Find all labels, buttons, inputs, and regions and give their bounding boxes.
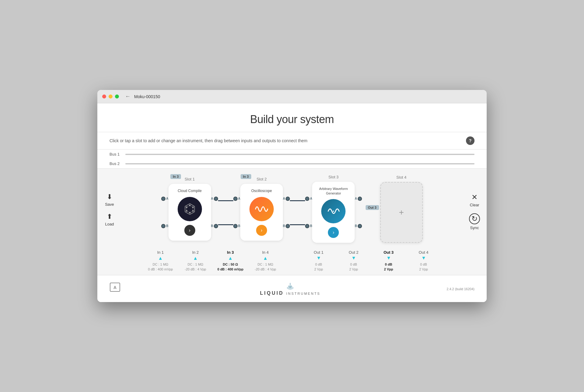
slot-1-instrument-label: Cloud Compile — [178, 189, 202, 194]
help-button[interactable]: ? — [466, 136, 474, 145]
back-button[interactable]: ← — [125, 93, 130, 100]
slot2-a-left-label: A — [238, 197, 240, 200]
load-icon: ⬆ — [107, 213, 112, 221]
io-out1-label: Out 1 — [314, 250, 324, 255]
slot-2-navigate-btn[interactable]: › — [256, 225, 267, 236]
slot1-a-right-label: A — [211, 197, 213, 200]
svg-marker-1 — [186, 205, 193, 213]
bus-1-row: Bus 1 — [109, 150, 474, 159]
slot3-a-right-label: A — [355, 197, 357, 200]
slot1-port-b-right — [214, 224, 218, 228]
slot-2-instrument-label: Oscilloscope — [251, 189, 272, 194]
svg-point-7 — [186, 207, 187, 208]
close-button[interactable] — [102, 95, 106, 98]
slot-4-card[interactable]: + — [380, 182, 423, 243]
slot-1-navigate-btn[interactable]: › — [184, 225, 195, 236]
bus-1-line — [125, 154, 474, 155]
bus-2-row: Bus 2 — [109, 159, 474, 168]
slot2-b-right-label: B — [283, 224, 285, 228]
wire-1-2-b — [218, 224, 233, 225]
slot3-b-left-label: B — [310, 224, 312, 228]
io-out2-spec: 0 dB2 Vpp — [349, 262, 358, 272]
slot3-port-b-left — [305, 224, 309, 228]
bus-1-label: Bus 1 — [109, 152, 122, 156]
instrument-layout: ⬇ Save ⬆ Load Slot 1 In 3 — [97, 169, 487, 275]
sync-button[interactable]: ↻ Sync — [469, 213, 480, 230]
slot-3-card[interactable]: Arbitrary Waveform Generator › — [312, 182, 355, 243]
slot-1-icon — [178, 197, 202, 221]
sync-icon: ↻ — [469, 213, 480, 224]
bus-2-line — [125, 163, 474, 164]
page-title: Build your system — [97, 113, 487, 126]
center-content: Slot 1 In 3 A — [122, 175, 462, 272]
bus-2-label: Bus 2 — [109, 161, 122, 166]
slot-4-box: Slot 4 + — [380, 175, 423, 243]
io-out4-label: Out 4 — [419, 250, 429, 255]
io-in4-arrow: ▲ — [263, 256, 268, 261]
slot3-out3-tag: Out 3 — [366, 205, 379, 210]
instruction-bar: Click or tap a slot to add or change an … — [97, 132, 487, 150]
clear-button[interactable]: ✕ Clear — [470, 193, 479, 207]
io-row: In 1 ▲ DC : 1 MΩ0 dB : 400 mVpp In 2 ▲ D… — [122, 248, 462, 272]
traffic-lights — [102, 95, 119, 98]
load-label: Load — [105, 222, 114, 226]
brand-text: LIQUID INSTRUMENTS — [260, 291, 321, 296]
slot1-port-a-right — [214, 197, 218, 201]
slot3-a-left-label: A — [310, 197, 312, 200]
io-in4-label: In 4 — [262, 250, 269, 255]
io-in2-arrow: ▲ — [193, 256, 198, 261]
io-out2-label: Out 2 — [349, 250, 359, 255]
slot1-in3-tag: In 3 — [170, 174, 181, 179]
slot2-a-right-label: A — [283, 197, 285, 200]
io-in2: In 2 ▲ DC : 1 MΩ-20 dB : 4 Vpp — [178, 248, 213, 272]
slot-3-instrument-label: Arbitrary Waveform Generator — [316, 187, 351, 195]
app-window: ← Moku-000150 Build your system Click or… — [97, 90, 487, 302]
wire-2-3 — [290, 200, 305, 225]
right-actions: ✕ Clear ↻ Sync — [462, 175, 487, 272]
io-out3-arrow: ▲ — [386, 256, 391, 261]
footer: A LIQUID INSTRUMENTS 2.4.2 (build 16204) — [97, 275, 487, 302]
slot2-port-b-right — [286, 224, 290, 228]
maximize-button[interactable] — [115, 95, 119, 98]
io-in1-arrow: ▲ — [158, 256, 163, 261]
svg-point-5 — [189, 212, 190, 214]
language-icon: A — [109, 282, 134, 295]
io-in3-label: In 3 — [227, 250, 234, 255]
io-in3-arrow: ▲ — [228, 256, 233, 261]
slots-visual-row: Slot 1 In 3 A — [122, 175, 462, 243]
io-out4: Out 4 ▲ 0 dB2 Vpp — [406, 248, 441, 272]
svg-point-2 — [189, 205, 190, 206]
svg-point-8 — [333, 211, 334, 212]
load-button[interactable]: ⬆ Load — [105, 213, 114, 226]
slot-3-box: Slot 3 A B — [305, 175, 362, 243]
titlebar: ← Moku-000150 — [97, 90, 487, 103]
slot-2-label: Slot 2 — [256, 177, 266, 181]
save-button[interactable]: ⬇ Save — [105, 193, 114, 207]
svg-point-3 — [192, 207, 193, 208]
wire-1-2 — [218, 200, 233, 225]
save-icon: ⬇ — [107, 193, 112, 201]
version-text: 2.4.2 (build 16204) — [447, 287, 474, 291]
minimize-button[interactable] — [109, 95, 113, 98]
io-out2-arrow: ▲ — [351, 256, 356, 261]
footer-logo: LIQUID INSTRUMENTS — [134, 281, 447, 296]
clear-icon: ✕ — [471, 193, 478, 201]
slot1-b-right-label: B — [211, 224, 213, 228]
io-out4-arrow: ▲ — [421, 256, 426, 261]
svg-point-6 — [186, 210, 187, 212]
slot-1-card[interactable]: Cloud Compile — [169, 184, 211, 241]
io-out1-arrow: ▲ — [316, 256, 321, 261]
slot-3-navigate-btn[interactable]: › — [328, 227, 339, 238]
io-out4-spec: 0 dB2 Vpp — [419, 262, 428, 272]
sub-brand-name: INSTRUMENTS — [286, 292, 320, 295]
slot1-a-left-label: A — [166, 197, 168, 200]
slot1-port-a-left — [161, 197, 165, 201]
io-out3: Out 3 ▲ 0 dB2 Vpp — [371, 248, 406, 272]
slot-2-card[interactable]: Oscilloscope › — [240, 184, 283, 241]
slot-3-label: Slot 3 — [328, 175, 339, 179]
slot2-port-b-left — [233, 224, 238, 228]
io-in1: In 1 ▲ DC : 1 MΩ0 dB : 400 mVpp — [143, 248, 178, 272]
add-instrument-icon: + — [399, 208, 404, 217]
left-actions: ⬇ Save ⬆ Load — [97, 175, 122, 272]
io-out3-spec: 0 dB2 Vpp — [384, 262, 393, 272]
